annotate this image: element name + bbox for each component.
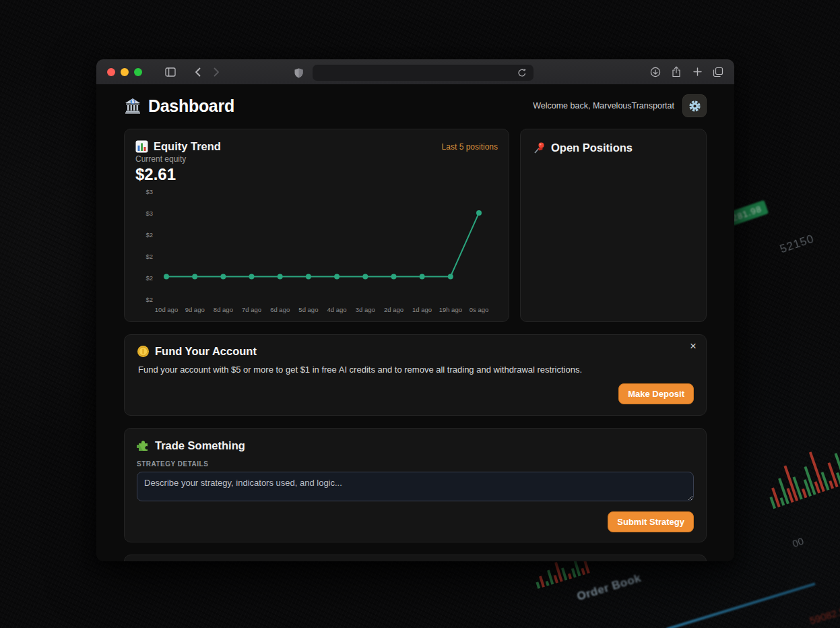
reload-icon[interactable] [516,67,528,79]
trade-something-title: Trade Something [155,439,245,452]
svg-text:10d ago: 10d ago [155,306,178,313]
tab-overview-icon[interactable] [709,63,728,81]
svg-text:$2: $2 [146,253,153,260]
wallpaper-price-label: 52150 [778,232,816,256]
equity-trend-card: Equity Trend Last 5 positions Current eq… [124,129,509,322]
downloads-icon[interactable] [646,63,665,81]
wallpaper-red-ticker: 59082.9 [808,604,840,626]
svg-text:1d ago: 1d ago [412,306,432,313]
wallpaper-order-book-label: Order Book [575,571,643,604]
svg-text:0s ago: 0s ago [470,306,489,313]
svg-text:$2: $2 [146,231,153,239]
svg-text:$2: $2 [146,296,153,303]
close-window-button[interactable] [107,68,115,76]
svg-text:19h ago: 19h ago [439,306,462,313]
submit-strategy-button[interactable]: Submit Strategy [608,511,694,532]
wallpaper-time-label: 00 [791,535,805,550]
close-icon[interactable]: × [690,340,697,352]
privacy-shield-icon[interactable] [289,64,308,82]
wallpaper-volume-bars [756,397,840,509]
address-bar[interactable] [313,65,534,81]
new-tab-plus-icon[interactable] [688,63,707,81]
strategy-details-label: STRATEGY DETAILS [137,460,694,468]
wallpaper-blue-divider [666,582,815,628]
svg-text:9d ago: 9d ago [185,306,205,313]
make-deposit-button[interactable]: Make Deposit [618,383,694,404]
strategies-card: Strategies [124,555,707,561]
svg-text:8d ago: 8d ago [214,306,233,313]
current-equity-label: Current equity [135,154,498,164]
svg-text:3d ago: 3d ago [356,306,375,313]
svg-text:2d ago: 2d ago [384,306,403,313]
forward-button[interactable] [207,63,226,81]
page-header: $ Dashboard Welcome back, MarvelousTrans… [124,94,707,117]
page-title: $ Dashboard [124,96,234,116]
bank-icon: $ [124,97,141,115]
settings-button[interactable] [682,94,707,117]
svg-text:7d ago: 7d ago [242,306,261,313]
last-positions-badge: Last 5 positions [442,142,498,152]
pushpin-icon [533,142,546,154]
browser-titlebar [96,59,734,85]
current-equity-value: $2.61 [135,165,498,184]
puzzle-icon [137,439,150,452]
svg-text:4d ago: 4d ago [327,306,347,313]
zoom-window-button[interactable] [134,68,142,76]
svg-text:$2: $2 [146,274,153,282]
open-positions-card: Open Positions [520,129,707,322]
trade-something-card: Trade Something STRATEGY DETAILS Submit … [124,428,707,542]
fund-account-card: × Fund Your Account Fund your account wi… [124,334,707,416]
minimize-window-button[interactable] [121,68,129,76]
svg-text:6d ago: 6d ago [270,306,290,313]
sidebar-toggle-icon[interactable] [161,63,180,81]
window-controls [96,68,149,76]
svg-text:$3: $3 [146,188,153,195]
gear-icon [688,100,701,113]
strategy-details-input[interactable] [137,472,694,501]
fund-account-title: Fund Your Account [155,345,257,358]
share-icon[interactable] [667,63,686,81]
open-positions-title: Open Positions [551,142,633,154]
bar-chart-icon [135,140,148,153]
svg-text:5d ago: 5d ago [298,306,318,313]
coin-icon [137,345,150,358]
welcome-text: Welcome back, MarvelousTransportat [533,101,674,111]
back-button[interactable] [188,63,207,81]
dashboard-page: $ Dashboard Welcome back, MarvelousTrans… [96,85,734,561]
fund-account-description: Fund your account with $5 or more to get… [138,365,694,375]
page-title-label: Dashboard [148,96,234,116]
svg-text:$: $ [131,99,134,104]
browser-window: $ Dashboard Welcome back, MarvelousTrans… [96,59,734,561]
equity-line-chart: $2$2$2$2$3$310d ago9d ago8d ago7d ago6d … [135,184,499,319]
svg-text:$3: $3 [146,210,153,217]
equity-trend-title: Equity Trend [154,140,221,153]
